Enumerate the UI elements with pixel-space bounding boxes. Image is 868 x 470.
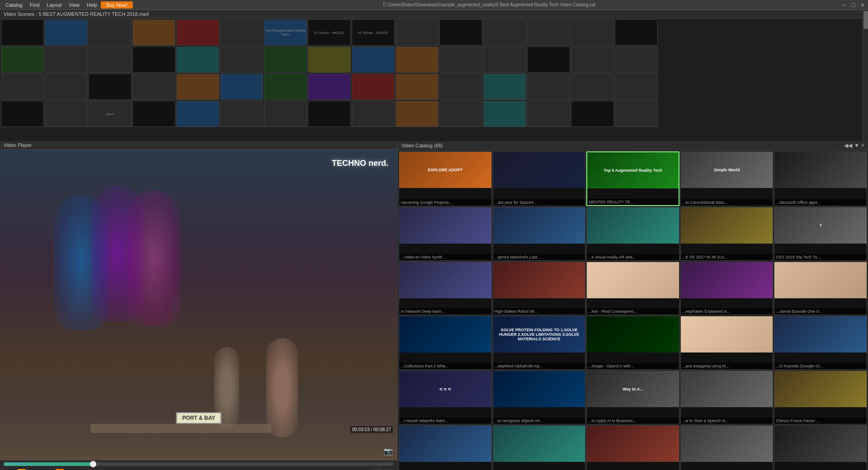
catalog-item-19[interactable]: ...ace swapping using M... [680, 316, 774, 370]
filmstrip-thumb-1-9[interactable] [396, 47, 439, 73]
filmstrip-thumb-2-11[interactable] [483, 74, 526, 100]
filmstrip-thumb-3-13[interactable] [571, 101, 614, 127]
filmstrip-thumb-0-7[interactable]: #1 Route - #A1521 [308, 19, 351, 46]
filmstrip-thumb-1-2[interactable] [89, 47, 132, 73]
catalog-item-30[interactable]: ...gu with Artificial Intell... [774, 425, 867, 470]
filmstrip-thumb-2-1[interactable] [45, 74, 88, 100]
filmstrip-thumb-0-2[interactable] [89, 19, 132, 46]
filmstrip-thumb-2-2[interactable] [89, 74, 132, 100]
buy-now-button[interactable]: Buy Now! [101, 1, 133, 9]
catalog-item-5[interactable]: ...Microsoft Office apps... [774, 151, 867, 206]
filmstrip-thumb-2-14[interactable] [615, 74, 658, 100]
catalog-item-24[interactable]: ...w to Start a Speech m... [680, 371, 774, 424]
catalog-item-28[interactable]: ...tech products we saw... [586, 425, 679, 470]
filmstrip-thumb-0-3[interactable] [132, 19, 175, 46]
filmstrip-thumb-1-13[interactable] [571, 47, 614, 73]
prev-button[interactable]: ⏪ [16, 468, 27, 470]
close-button[interactable]: × [859, 1, 866, 9]
catalog-item-12[interactable]: High-Stakes Robot Wi... [493, 262, 586, 315]
filmstrip-thumb-2-5[interactable] [220, 74, 263, 100]
filmstrip-thumb-0-13[interactable] [571, 19, 614, 46]
catalog-item-20[interactable]: ...O Keynote (Google IO... [774, 316, 867, 370]
filmstrip-thumb-1-14[interactable] [615, 47, 658, 73]
filmstrip-thumb-0-4[interactable] [176, 19, 219, 46]
filmstrip-thumb-0-10[interactable] [439, 19, 482, 46]
filmstrip-thumb-2-0[interactable] [1, 74, 44, 100]
minimize-button[interactable]: − [840, 1, 848, 9]
filmstrip-thumb-3-11[interactable] [483, 101, 526, 127]
catalog-item-22[interactable]: ...to recognize objects int... [493, 371, 586, 424]
filmstrip-thumb-2-10[interactable] [439, 74, 482, 100]
catalog-item-21[interactable]: π π π...I neural networks learn... [399, 371, 492, 424]
filmstrip-thumb-3-4[interactable] [176, 101, 219, 127]
filmstrip-thumb-3-9[interactable] [396, 101, 439, 127]
filmstrip-thumb-0-5[interactable] [220, 19, 263, 46]
filmstrip-thumb-1-0[interactable] [1, 47, 44, 73]
filmstrip-thumb-3-5[interactable] [220, 101, 263, 127]
filmstrip-thumb-2-3[interactable] [132, 74, 175, 100]
menu-catalog[interactable]: Catalog [2, 1, 26, 9]
filmstrip-thumb-3-10[interactable] [439, 101, 482, 127]
catalog-item-3[interactable]: Top 5 Augmented Reality TechMENTED REALI… [586, 151, 679, 206]
catalog-item-10[interactable]: 7CES 2019 Top Tech To... [774, 207, 867, 261]
filmstrip-thumb-3-2[interactable]: ShoT [89, 101, 132, 127]
filmstrip-thumb-1-12[interactable] [527, 47, 570, 73]
restore-button[interactable]: □ [849, 1, 857, 9]
filmstrip-thumb-3-8[interactable] [352, 101, 395, 127]
filmstrip-thumb-0-1[interactable] [45, 19, 88, 46]
progress-bar[interactable] [4, 462, 394, 466]
catalog-collapse-button[interactable]: ◀◀ [844, 142, 852, 149]
catalog-item-27[interactable]: ...xperience #1169 - Es... [493, 425, 586, 470]
filmstrip-thumb-2-9[interactable] [396, 74, 439, 100]
catalog-item-14[interactable]: ...eepFakes Explained m... [680, 262, 774, 315]
filmstrip-thumb-2-12[interactable] [527, 74, 570, 100]
catalog-item-26[interactable]: ...es - OpenCV with Pyth... [399, 425, 492, 470]
catalog-item-7[interactable]: ...gence Mankind's Last... [493, 207, 586, 261]
filmstrip-thumb-2-7[interactable] [308, 74, 351, 100]
rewind-button[interactable]: ⏮ [4, 468, 13, 470]
catalog-item-4[interactable]: Simple World...to Convolutional Neur... [680, 151, 774, 206]
filmstrip-thumb-0-14[interactable] [615, 19, 658, 46]
catalog-close-button[interactable]: × [861, 142, 864, 149]
filmstrip-thumb-1-4[interactable] [176, 47, 219, 73]
catalog-item-13[interactable]: ...kes - Real Consequenc... [586, 262, 679, 315]
filmstrip-thumb-2-4[interactable] [176, 74, 219, 100]
filmstrip-thumb-3-7[interactable] [308, 101, 351, 127]
filmstrip-thumb-1-7[interactable] [308, 47, 351, 73]
filmstrip-thumb-1-3[interactable] [132, 47, 175, 73]
progress-handle[interactable] [90, 461, 96, 467]
filmstrip-thumb-3-3[interactable] [132, 101, 175, 127]
play-button[interactable]: ▶ [31, 468, 38, 470]
filmstrip-thumb-0-8[interactable]: #1 Route - #A1521 [352, 19, 395, 46]
forward-button[interactable]: ⏭ [69, 468, 78, 470]
filmstrip-thumb-3-14[interactable] [615, 101, 658, 127]
filmstrip-thumb-1-1[interactable] [45, 47, 88, 73]
filmstrip-thumb-1-10[interactable] [439, 47, 482, 73]
filmstrip-scrollbar[interactable] [863, 10, 868, 141]
catalog-item-25[interactable]: China's Future Factor... [774, 371, 867, 424]
menu-find[interactable]: Find [26, 1, 43, 9]
filmstrip-thumb-1-8[interactable] [352, 47, 395, 73]
filmstrip-thumb-1-6[interactable] [264, 47, 307, 73]
filmstrip-thumb-1-11[interactable] [483, 47, 526, 73]
filmstrip-thumb-1-5[interactable] [220, 47, 263, 73]
catalog-item-9[interactable]: ...E OF 2017 IN 4K DJI... [680, 207, 774, 261]
catalog-item-18[interactable]: ...Image - OpenCV with... [586, 316, 679, 370]
filmstrip-thumb-0-6[interactable]: Top 5 Augmented Reality Tech [264, 19, 307, 46]
filmstrip-thumb-2-13[interactable] [571, 74, 614, 100]
stop-button[interactable]: ⏹ [42, 468, 51, 470]
menu-help[interactable]: Help [83, 1, 101, 9]
filmstrip-thumb-0-9[interactable] [396, 19, 439, 46]
filmstrip-thumb-3-1[interactable] [45, 101, 88, 127]
catalog-item-2[interactable]: ...ant year for SpaceX... [493, 151, 586, 206]
filmstrip-thumb-0-12[interactable] [527, 19, 570, 46]
filmstrip-thumb-3-6[interactable] [264, 101, 307, 127]
filmstrip-thumb-2-8[interactable] [352, 74, 395, 100]
filmstrip-thumb-0-11[interactable] [483, 19, 526, 46]
menu-layout[interactable]: Layout [43, 1, 65, 9]
catalog-item-29[interactable]: ...ching 2020 with 7nm P... [680, 425, 774, 470]
menu-view[interactable]: View [65, 1, 83, 9]
snapshot-overlay-button[interactable]: 📷 [384, 447, 393, 456]
next-button[interactable]: ⏩ [54, 468, 65, 470]
catalog-item-17[interactable]: SOLVE PROTEIN FOLDING TO 1.SOLVE HUNGER … [493, 316, 586, 370]
